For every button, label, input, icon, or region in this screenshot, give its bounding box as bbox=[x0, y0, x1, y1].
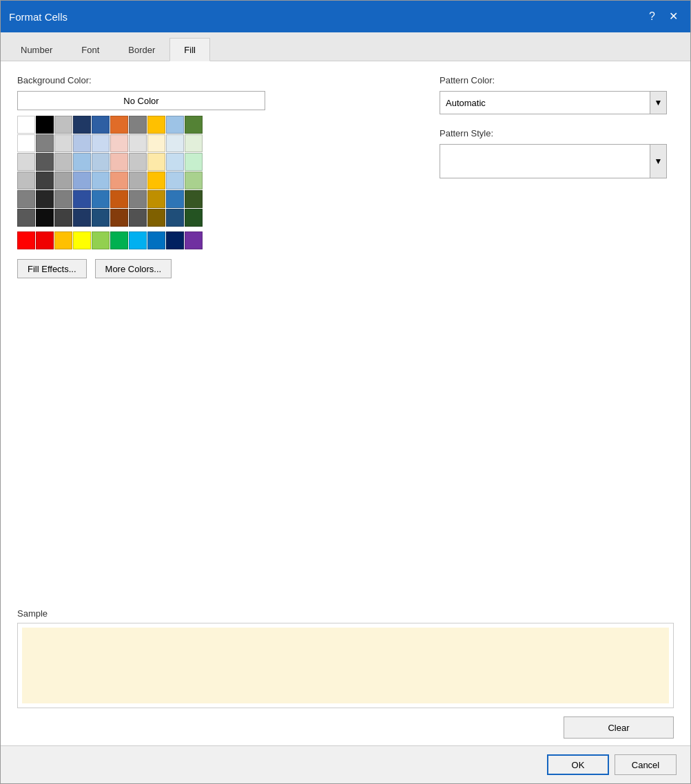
color-cell[interactable] bbox=[17, 153, 35, 171]
color-cell[interactable] bbox=[185, 209, 203, 227]
color-row-4 bbox=[17, 172, 398, 189]
no-color-button[interactable]: No Color bbox=[17, 91, 265, 110]
color-cell[interactable] bbox=[166, 134, 184, 152]
color-cell[interactable] bbox=[54, 116, 72, 134]
color-cell[interactable] bbox=[129, 231, 147, 249]
color-row-5 bbox=[17, 190, 398, 208]
color-row-accent bbox=[17, 231, 398, 249]
more-colors-button[interactable]: More Colors... bbox=[95, 259, 172, 278]
color-cell[interactable] bbox=[54, 172, 72, 189]
color-row-standard-1 bbox=[17, 116, 398, 134]
color-cell[interactable] bbox=[166, 209, 184, 227]
tab-font[interactable]: Font bbox=[67, 38, 114, 61]
color-cell[interactable] bbox=[166, 231, 184, 249]
color-cell[interactable] bbox=[110, 116, 128, 134]
cancel-button[interactable]: Cancel bbox=[615, 754, 677, 775]
tab-bar: Number Font Border Fill bbox=[1, 32, 690, 61]
ok-button[interactable]: OK bbox=[547, 754, 609, 775]
tab-fill[interactable]: Fill bbox=[169, 38, 210, 61]
color-cell[interactable] bbox=[147, 134, 165, 152]
color-cell[interactable] bbox=[110, 134, 128, 152]
sample-label: Sample bbox=[17, 608, 674, 619]
color-cell[interactable] bbox=[110, 172, 128, 189]
color-cell[interactable] bbox=[185, 172, 203, 189]
color-cell[interactable] bbox=[73, 116, 91, 134]
color-cell[interactable] bbox=[92, 190, 110, 208]
color-cell[interactable] bbox=[73, 190, 91, 208]
color-cell[interactable] bbox=[92, 209, 110, 227]
color-cell[interactable] bbox=[129, 134, 147, 152]
color-cell[interactable] bbox=[129, 172, 147, 189]
color-cell[interactable] bbox=[17, 116, 35, 134]
color-cell[interactable] bbox=[110, 153, 128, 171]
color-cell[interactable] bbox=[147, 153, 165, 171]
color-cell[interactable] bbox=[17, 209, 35, 227]
color-cell[interactable] bbox=[147, 231, 165, 249]
color-cell[interactable] bbox=[92, 116, 110, 134]
help-button[interactable]: ? bbox=[645, 10, 659, 23]
clear-section: Clear bbox=[17, 708, 674, 739]
color-cell[interactable] bbox=[129, 209, 147, 227]
color-cell[interactable] bbox=[73, 209, 91, 227]
color-cell[interactable] bbox=[110, 231, 128, 249]
sample-box-outer bbox=[17, 623, 674, 708]
color-cell[interactable] bbox=[185, 231, 203, 249]
color-cell[interactable] bbox=[36, 153, 54, 171]
color-cell[interactable] bbox=[54, 134, 72, 152]
color-cell[interactable] bbox=[92, 134, 110, 152]
color-cell[interactable] bbox=[73, 153, 91, 171]
top-section: Background Color: No Color bbox=[17, 75, 674, 595]
color-cell[interactable] bbox=[17, 172, 35, 189]
color-cell[interactable] bbox=[17, 190, 35, 208]
color-cell[interactable] bbox=[54, 209, 72, 227]
color-cell[interactable] bbox=[36, 190, 54, 208]
color-cell[interactable] bbox=[36, 231, 54, 249]
color-cell[interactable] bbox=[185, 134, 203, 152]
color-cell[interactable] bbox=[54, 231, 72, 249]
fill-effects-button[interactable]: Fill Effects... bbox=[17, 259, 87, 278]
color-cell[interactable] bbox=[36, 134, 54, 152]
tab-border[interactable]: Border bbox=[114, 38, 169, 61]
pattern-style-dropdown[interactable]: ▼ bbox=[440, 144, 667, 178]
color-cell[interactable] bbox=[36, 172, 54, 189]
pattern-style-label: Pattern Style: bbox=[440, 128, 674, 138]
color-cell[interactable] bbox=[185, 190, 203, 208]
pattern-color-label: Pattern Color: bbox=[440, 75, 674, 85]
color-cell[interactable] bbox=[92, 153, 110, 171]
color-cell[interactable] bbox=[147, 172, 165, 189]
dropdown-arrow-icon: ▼ bbox=[650, 92, 666, 114]
color-cell[interactable] bbox=[147, 116, 165, 134]
color-cell[interactable] bbox=[129, 190, 147, 208]
color-cell[interactable] bbox=[36, 116, 54, 134]
color-cell[interactable] bbox=[73, 231, 91, 249]
color-cell[interactable] bbox=[185, 153, 203, 171]
color-cell[interactable] bbox=[92, 172, 110, 189]
color-cell[interactable] bbox=[17, 231, 35, 249]
close-button[interactable]: ✕ bbox=[665, 10, 682, 23]
color-cell[interactable] bbox=[147, 209, 165, 227]
tab-number[interactable]: Number bbox=[6, 38, 67, 61]
color-cell[interactable] bbox=[166, 172, 184, 189]
title-bar-controls: ? ✕ bbox=[645, 10, 682, 23]
color-cell[interactable] bbox=[54, 190, 72, 208]
background-color-label: Background Color: bbox=[17, 75, 398, 85]
color-cell[interactable] bbox=[54, 153, 72, 171]
color-cell[interactable] bbox=[36, 209, 54, 227]
color-cell[interactable] bbox=[110, 190, 128, 208]
pattern-color-dropdown[interactable]: Automatic ▼ bbox=[440, 91, 667, 114]
color-cell[interactable] bbox=[92, 231, 110, 249]
color-cell[interactable] bbox=[73, 172, 91, 189]
pattern-dropdown-arrow-icon: ▼ bbox=[650, 145, 666, 178]
color-cell[interactable] bbox=[129, 116, 147, 134]
color-cell[interactable] bbox=[129, 153, 147, 171]
clear-button[interactable]: Clear bbox=[564, 716, 674, 739]
color-cell[interactable] bbox=[73, 134, 91, 152]
color-cell[interactable] bbox=[147, 190, 165, 208]
color-cell[interactable] bbox=[166, 190, 184, 208]
color-cell[interactable] bbox=[185, 116, 203, 134]
color-cell[interactable] bbox=[110, 209, 128, 227]
color-cell[interactable] bbox=[17, 134, 35, 152]
color-cell[interactable] bbox=[166, 153, 184, 171]
color-row-2 bbox=[17, 134, 398, 152]
color-cell[interactable] bbox=[166, 116, 184, 134]
